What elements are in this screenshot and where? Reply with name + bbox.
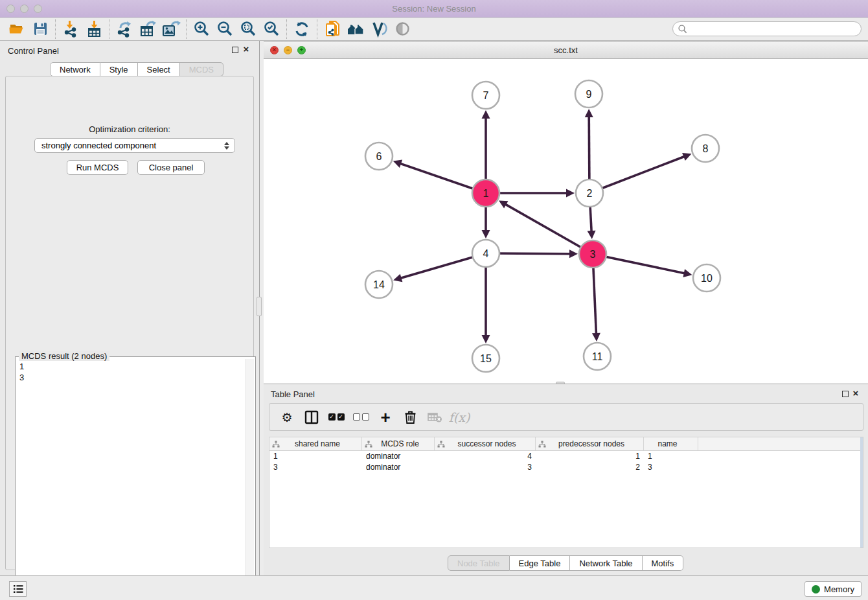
export-table-icon[interactable] xyxy=(136,19,159,39)
toolbar-separator xyxy=(317,19,317,39)
graph-edge-arrowhead xyxy=(566,189,575,198)
table-panel-tabs: Node TableEdge TableNetwork TableMotifs xyxy=(448,555,683,571)
zoom-fit-icon[interactable] xyxy=(236,19,260,39)
column-header-predecessor-nodes[interactable]: predecessor nodes xyxy=(536,437,644,450)
control-panel-header: Control Panel × xyxy=(0,41,259,59)
column-header-MCDS-role[interactable]: MCDS role xyxy=(362,437,435,450)
close-panel-icon[interactable]: × xyxy=(241,43,251,55)
main-toolbar xyxy=(0,17,868,41)
graph-node-label: 7 xyxy=(483,90,489,101)
unchecked-boxes-icon[interactable] xyxy=(351,407,371,428)
column-type-icon xyxy=(437,441,445,448)
save-floppy-icon[interactable] xyxy=(29,19,52,39)
export-network-icon[interactable] xyxy=(113,19,136,39)
graph-edge-arrowhead xyxy=(482,335,490,343)
close-panel-button[interactable]: Close panel xyxy=(137,160,205,175)
table-row[interactable]: 3dominator323 xyxy=(269,462,863,473)
graph-node-label: 11 xyxy=(592,351,603,362)
table-cell: 3 xyxy=(269,462,362,473)
gear-icon[interactable]: ⚙ xyxy=(277,407,297,428)
delete-table-icon[interactable] xyxy=(425,407,444,428)
zoom-in-icon[interactable] xyxy=(190,19,213,39)
table-cell: 1 xyxy=(644,451,698,462)
graph-edge-arrowhead xyxy=(585,109,593,117)
criterion-select[interactable]: strongly connected component xyxy=(34,138,235,153)
panel-splitter-handle[interactable] xyxy=(257,297,262,316)
split-panel-icon[interactable] xyxy=(302,407,321,428)
node-table: shared nameMCDS rolesuccessor nodesprede… xyxy=(269,437,863,548)
network-canvas[interactable]: 1234678910111415 xyxy=(264,59,868,384)
graph-edge-arrowhead xyxy=(683,269,692,277)
table-body: 1dominator4113dominator323 xyxy=(269,451,863,473)
run-mcds-button[interactable]: Run MCDS xyxy=(67,160,128,175)
import-table-icon[interactable] xyxy=(82,19,106,39)
tab-node-table[interactable]: Node Table xyxy=(448,555,510,571)
control-panel: Control Panel × NetworkStyleSelectMCDS O… xyxy=(0,41,260,575)
mcds-panel: Optimization criterion: strongly connect… xyxy=(5,76,254,570)
table-row[interactable]: 1dominator411 xyxy=(269,451,863,462)
graph-node-label: 15 xyxy=(480,353,492,364)
table-cell: dominator xyxy=(362,462,435,473)
control-panel-title: Control Panel xyxy=(8,46,59,56)
tab-motifs[interactable]: Motifs xyxy=(643,555,684,571)
column-type-icon xyxy=(538,441,546,448)
plus-icon[interactable]: + xyxy=(376,407,395,428)
half-moon-circle-icon[interactable] xyxy=(391,19,414,39)
graph-node-label: 4 xyxy=(483,248,489,259)
tab-network-table[interactable]: Network Table xyxy=(570,555,642,571)
column-header-successor-nodes[interactable]: successor nodes xyxy=(435,437,536,450)
graph-node-label: 3 xyxy=(590,249,596,260)
graph-node-label: 6 xyxy=(376,151,382,162)
table-scrollbar[interactable] xyxy=(860,437,863,548)
criterion-value: strongly connected component xyxy=(41,141,156,150)
result-scrollbar[interactable] xyxy=(246,359,254,599)
tab-select[interactable]: Select xyxy=(138,62,180,76)
task-list-icon[interactable] xyxy=(9,581,27,597)
window-titlebar: Session: New Session xyxy=(0,0,868,17)
import-network-icon[interactable] xyxy=(59,19,82,39)
table-cell: 4 xyxy=(435,451,536,462)
documents-network-icon[interactable] xyxy=(321,19,344,39)
letter-v-swoosh-icon[interactable] xyxy=(367,19,391,39)
tab-network[interactable]: Network xyxy=(50,62,100,76)
trash-icon[interactable] xyxy=(400,407,420,428)
status-bar: Memory xyxy=(0,575,868,600)
graph-edge-arrowhead xyxy=(588,231,596,239)
table-cell: 3 xyxy=(435,462,536,473)
network-view-window: ✕ − + scc.txt 1234678910111415 xyxy=(264,41,868,384)
checked-boxes-icon[interactable]: ✓✓ xyxy=(326,407,346,428)
network-window-titlebar: ✕ − + scc.txt xyxy=(264,41,868,59)
toolbar-separator xyxy=(109,19,109,39)
column-header-shared-name[interactable]: shared name xyxy=(269,437,362,450)
zoom-out-icon[interactable] xyxy=(213,19,236,39)
search-input[interactable] xyxy=(688,22,861,36)
column-type-icon xyxy=(365,441,372,448)
graph-node-label: 9 xyxy=(586,89,592,100)
tab-edge-table[interactable]: Edge Table xyxy=(510,555,571,571)
close-panel-icon[interactable]: × xyxy=(851,387,861,399)
export-image-icon[interactable] xyxy=(159,19,183,39)
graph-edge-arrowhead xyxy=(393,274,402,282)
houses-icon[interactable] xyxy=(344,19,367,39)
graph-edge-arrowhead xyxy=(393,160,402,168)
graph-node-label: 10 xyxy=(701,273,713,284)
table-header-row: shared nameMCDS rolesuccessor nodesprede… xyxy=(269,437,863,451)
graph-edge-3-1[interactable] xyxy=(505,204,593,254)
float-panel-icon[interactable] xyxy=(232,47,238,53)
search-box xyxy=(672,21,862,36)
graph-edge-2-8[interactable] xyxy=(589,156,685,193)
refresh-layout-icon[interactable] xyxy=(290,19,314,39)
open-folder-icon[interactable] xyxy=(5,19,29,39)
table-cell: 2 xyxy=(536,462,644,473)
table-cell: dominator xyxy=(362,451,435,462)
memory-label: Memory xyxy=(824,584,854,594)
memory-button[interactable]: Memory xyxy=(805,581,862,597)
function-icon[interactable]: f(x) xyxy=(450,407,469,428)
column-header-name[interactable]: name xyxy=(644,437,698,450)
float-panel-icon[interactable] xyxy=(842,391,849,397)
graph-node-label: 8 xyxy=(703,143,709,154)
tab-style[interactable]: Style xyxy=(100,62,138,76)
graph-edge-arrowhead xyxy=(569,249,578,258)
tab-mcds[interactable]: MCDS xyxy=(180,62,223,76)
zoom-selected-icon[interactable] xyxy=(260,19,283,39)
